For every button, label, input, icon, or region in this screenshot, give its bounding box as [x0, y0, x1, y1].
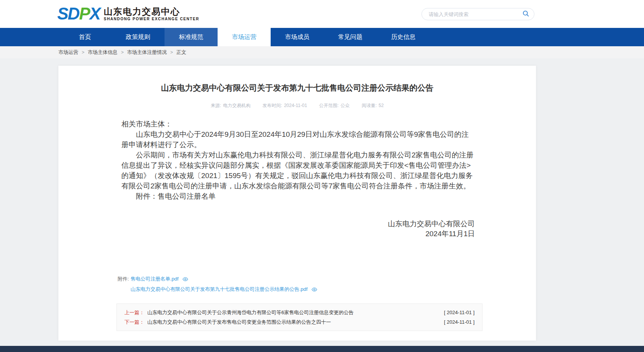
- meta-time-label: 发布时间:: [263, 103, 282, 108]
- meta-views-label: 阅读量:: [362, 103, 376, 108]
- search-box[interactable]: [421, 8, 534, 20]
- meta-time-value: 2024-11-01: [284, 103, 307, 108]
- attachment-link-2[interactable]: 山东电力交易中心有限公司关于发布第九十七批售电公司注册公示结果的公告.pdf: [131, 286, 308, 293]
- prev-article-date: [ 2024-11-01 ]: [444, 310, 475, 315]
- prev-next-box: 上一篇： 山东电力交易中心有限公司关于公示青州海岱电力有限公司等6家售电公司注册…: [116, 303, 483, 331]
- meta-source-value: 电力交易机构: [223, 103, 250, 108]
- logo-text: 山东电力交易中心 SHANDONG POWER EXCHANGE CENTER: [104, 6, 199, 21]
- meta-source: 来源:电力交易机构: [211, 102, 250, 109]
- breadcrumb-separator: >: [170, 50, 173, 55]
- footer-bar: [0, 346, 644, 352]
- logo-title-cn: 山东电力交易中心: [104, 6, 199, 16]
- meta-publish-time: 发布时间:2024-11-01: [263, 102, 307, 109]
- nav-item-members[interactable]: 市场成员: [271, 28, 324, 46]
- article-body: 相关市场主体： 山东电力交易中心于2024年9月30日至2024年10月29日对…: [121, 119, 475, 201]
- attachment-row: 附件: 售电公司注册名单.pdf: [118, 276, 536, 282]
- prev-article-row: 上一篇： 山东电力交易中心有限公司关于公示青州海岱电力有限公司等6家售电公司注册…: [124, 308, 475, 317]
- breadcrumb-separator: >: [82, 50, 84, 55]
- search-icon: [523, 10, 529, 18]
- next-article-link[interactable]: 山东电力交易中心有限公司关于发布售电公司变更业务范围公示结果的公告之四十一: [147, 319, 436, 326]
- meta-scope-label: 公开范围:: [319, 103, 339, 108]
- next-article-date: [ 2024-11-01 ]: [444, 319, 475, 325]
- site-header: SDPX 山东电力交易中心 SHANDONG POWER EXCHANGE CE…: [0, 0, 644, 28]
- attachments: 附件: 售电公司注册名单.pdf 山东电力交易中心有限公司关于发布第九十七批售电…: [118, 276, 536, 293]
- signature-company: 山东电力交易中心有限公司: [121, 219, 475, 229]
- breadcrumb-separator: >: [121, 50, 124, 55]
- article-card: 山东电力交易中心有限公司关于发布第九十七批售电公司注册公示结果的公告 来源:电力…: [58, 66, 536, 341]
- logo-letter-p: P: [79, 4, 89, 23]
- paragraph: 相关市场主体：: [121, 119, 475, 129]
- search-input[interactable]: [428, 11, 522, 18]
- breadcrumb-item-current: 正文: [176, 49, 186, 56]
- breadcrumb-item-1[interactable]: 市场运营: [58, 49, 78, 56]
- article-meta: 来源:电力交易机构 发布时间:2024-11-01 公开范围:公众 阅读量:52: [58, 102, 536, 109]
- prev-article-link[interactable]: 山东电力交易中心有限公司关于公示青州海岱电力有限公司等6家售电公司注册信息变更的…: [147, 309, 436, 316]
- meta-scope-value: 公众: [341, 103, 350, 108]
- nav-item-market-operation[interactable]: 市场运营: [218, 28, 271, 46]
- nav-item-standards[interactable]: 标准规范: [165, 28, 218, 46]
- next-article-row: 下一篇： 山东电力交易中心有限公司关于发布售电公司变更业务范围公示结果的公告之四…: [124, 317, 475, 327]
- eye-icon[interactable]: [312, 287, 317, 292]
- meta-scope: 公开范围:公众: [319, 102, 350, 109]
- breadcrumb: 市场运营 > 市场主体信息 > 市场主体注册情况 > 正文: [0, 46, 644, 58]
- article-signature: 山东电力交易中心有限公司 2024年11月1日: [121, 219, 475, 239]
- meta-views: 阅读量:52: [362, 102, 384, 109]
- paragraph: 山东电力交易中心于2024年9月30日至2024年10月29日对山东水发综合能源…: [121, 129, 475, 150]
- search-button[interactable]: [522, 10, 529, 18]
- logo-letter-d: D: [68, 4, 79, 23]
- nav-item-policies[interactable]: 政策规则: [111, 28, 165, 46]
- attachments-label: 附件:: [118, 276, 131, 282]
- prev-label: 上一篇：: [124, 309, 144, 316]
- logo-letter-s: S: [57, 4, 68, 23]
- attachment-link-1[interactable]: 售电公司注册名单.pdf: [131, 276, 179, 282]
- next-label: 下一篇：: [124, 319, 144, 326]
- breadcrumb-item-3[interactable]: 市场主体注册情况: [127, 49, 167, 56]
- paragraph: 公示期间，市场有关方对山东赢伦电力科技有限公司、浙江绿星普化电力服务有限公司2家…: [121, 150, 475, 191]
- nav-item-home[interactable]: 首页: [58, 28, 111, 46]
- nav-item-faq[interactable]: 常见问题: [324, 28, 377, 46]
- paragraph: 附件：售电公司注册名单: [121, 191, 475, 201]
- attachment-row: 山东电力交易中心有限公司关于发布第九十七批售电公司注册公示结果的公告.pdf: [118, 286, 536, 293]
- signature-date: 2024年11月1日: [121, 229, 475, 239]
- main-nav-items: 首页 政策规则 标准规范 市场运营 市场成员 常见问题 历史信息: [58, 28, 644, 46]
- nav-item-history[interactable]: 历史信息: [377, 28, 430, 46]
- meta-views-value: 52: [379, 103, 384, 108]
- eye-icon[interactable]: [182, 277, 188, 281]
- logo-title-en: SHANDONG POWER EXCHANGE CENTER: [104, 16, 199, 21]
- breadcrumb-item-2[interactable]: 市场主体信息: [88, 49, 118, 56]
- article-title: 山东电力交易中心有限公司关于发布第九十七批售电公司注册公示结果的公告: [104, 83, 490, 93]
- logo-letter-x: X: [90, 4, 100, 23]
- site-logo[interactable]: SDPX 山东电力交易中心 SHANDONG POWER EXCHANGE CE…: [57, 5, 199, 23]
- main-nav: 首页 政策规则 标准规范 市场运营 市场成员 常见问题 历史信息: [0, 28, 644, 46]
- logo-mark: SDPX: [57, 5, 100, 23]
- meta-source-label: 来源:: [211, 103, 221, 108]
